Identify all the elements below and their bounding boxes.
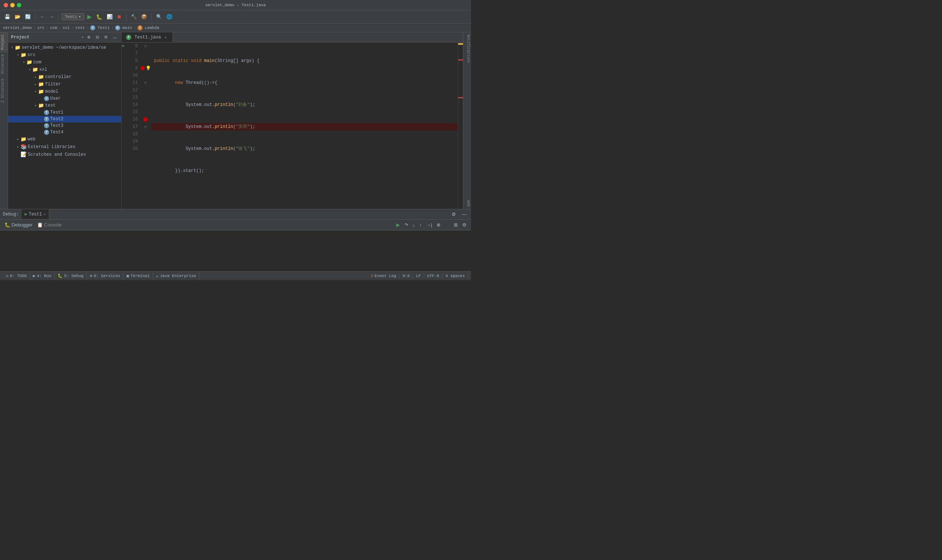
run-to-cursor-button[interactable]: →| [425,222,434,228]
gutter-7 [140,50,151,57]
breadcrumb-test[interactable]: test [75,26,85,30]
status-event-log[interactable]: 3 Event Log [368,274,400,278]
settings-button[interactable]: ⚙ [461,222,468,228]
expand-arrow: ▾ [27,67,32,72]
debug-settings-button[interactable]: ⚙ [450,211,457,218]
line-gutter: ⊟ 💡 ⊟ ⊟ [140,43,151,209]
close-button[interactable] [4,3,8,7]
code-content[interactable]: public static void main(String[] args) {… [151,43,458,209]
project-dropdown-icon[interactable]: ▾ [81,35,83,40]
forward-button[interactable]: → [48,13,55,20]
fold-icon-6[interactable]: ⊟ [145,44,146,48]
breadcrumb-com[interactable]: com [50,26,57,30]
translate-button[interactable]: 🌐 [165,13,174,20]
tree-item-model[interactable]: ▾ 📁 model [8,88,121,95]
debug-tab-close[interactable]: ✕ [43,212,45,217]
status-run[interactable]: ▶ 4: Run [30,272,55,280]
code-editor[interactable]: ▶ 6 7 8 9 10 11 12 13 14 15 16 17 18 19 … [122,43,463,209]
gutter-14 [140,101,151,108]
tree-locate-button[interactable]: ⊕ [86,34,92,40]
tree-item-ext-libs[interactable]: ▸ 📚 External Libraries [8,143,121,151]
project-tab[interactable]: Project [0,32,8,52]
debug-tab-test1[interactable]: ▶ Test1 ✕ [22,209,49,219]
java-enterprise-label: Java Enterprise [160,274,196,278]
structure-tab[interactable]: Structure [0,52,8,76]
bulb-icon-9[interactable]: 💡 [146,66,151,71]
tree-item-user[interactable]: ▸ U User [8,95,121,102]
refresh-button[interactable]: 🔄 [23,13,32,20]
stop-button[interactable]: ⏹ [115,13,123,20]
restore-layout-button[interactable]: ⊞ [452,222,459,228]
gutter-13 [140,94,151,101]
tree-collapse-button[interactable]: ⊟ [94,34,100,40]
status-services[interactable]: ⚙ 8: Services [87,272,123,280]
line-num-6: ▶ 6 [122,43,140,50]
tree-hide-button[interactable]: — [111,34,119,40]
debug-label: Debug: [3,212,19,217]
web-tab[interactable]: Web [463,198,471,209]
breadcrumb-xxl[interactable]: xxl [63,26,70,30]
step-into-button[interactable]: ↓ [411,222,417,228]
back-button[interactable]: ← [38,13,46,20]
evaluate-button[interactable]: ⊕ [435,222,442,228]
z-structure-tab[interactable]: Z Structure [0,76,8,105]
test3-class-icon: T [44,123,49,128]
todo-icon: ☑ [6,274,8,278]
tree-item-controller[interactable]: ▸ 📁 controller [8,73,121,81]
debug-hide-button[interactable]: — [460,211,468,218]
tree-item-test3[interactable]: ▸ T Test3 [8,122,121,129]
open-button[interactable]: 📂 [13,13,22,20]
run-with-coverage-button[interactable]: 📊 [105,13,114,20]
status-terminal[interactable]: ▣ Terminal [123,272,153,280]
search-button[interactable]: 🔍 [155,13,163,20]
tree-label-ext-libs: External Libraries [28,145,75,149]
tree-item-scratches[interactable]: ▸ 📝 Scratches and Consoles [8,151,121,158]
expand-arrow: ▸ [33,74,38,80]
status-todo[interactable]: ☑ 6: TODO [3,272,30,280]
breadcrumb-src[interactable]: src [37,26,45,30]
status-debug[interactable]: 🐛 5: Debug [55,272,87,280]
tree-item-test2[interactable]: ▸ T Test2 [8,116,121,122]
minimize-button[interactable] [10,3,15,7]
tree-item-src[interactable]: ▾ 📁 src [8,51,121,58]
debug-button[interactable]: 🐛 [95,13,104,20]
save-button[interactable]: 💾 [3,13,12,20]
status-line-sep[interactable]: LF [413,274,424,278]
expand-arrow: ▾ [33,103,38,108]
tree-item-test[interactable]: ▾ 📁 test [8,102,121,109]
breakpoint-16[interactable] [143,117,148,122]
editor-tab-test1[interactable]: T Test1.java ✕ [122,32,173,42]
status-java-enterprise[interactable]: ☕ Java Enterprise [153,272,200,280]
breadcrumb-main[interactable]: main [122,26,132,30]
fold-icon-17[interactable]: ⊟ [145,125,146,129]
tree-item-servlet-demo[interactable]: ▾ 📁 servlet_demo ~/workspace/idea/se [8,44,121,51]
tree-item-test4[interactable]: ▸ T Test4 [8,129,121,135]
status-indent[interactable]: 4 spaces [442,274,468,278]
breadcrumb-test1[interactable]: Test1 [97,26,109,30]
tree-item-xxl[interactable]: ▾ 📁 xxl [8,66,121,73]
breadcrumb-lambda[interactable]: Lambda [145,26,159,30]
debugger-tab-button[interactable]: 🐛 Debugger [3,222,34,228]
breakpoint-9[interactable] [140,66,145,70]
tree-item-web[interactable]: ▸ 📁 web [8,135,121,143]
step-over-button[interactable]: ↷ [403,222,410,228]
tree-item-test1[interactable]: ▸ T Test1 [8,109,121,116]
run-button[interactable]: ▶ [86,12,93,21]
fold-icon-11[interactable]: ⊟ [145,81,146,85]
status-position[interactable]: 9:6 [400,274,413,278]
status-encoding[interactable]: UTF-8 [424,274,442,278]
console-tab-button[interactable]: 📋 Console [35,222,63,228]
gutter-16 [140,116,151,123]
build-button[interactable]: 🔨 [129,13,138,20]
tree-item-com[interactable]: ▾ 📁 com [8,58,121,66]
maximize-button[interactable] [17,3,21,7]
resume-button[interactable]: ▶ [395,222,401,228]
step-out-button[interactable]: ↑ [418,222,423,228]
notification-tab[interactable]: Notifications [463,32,471,65]
breadcrumb-project[interactable]: servlet_demo [3,26,32,30]
run-config[interactable]: Test1 ▾ [62,13,84,20]
sdk-button[interactable]: 📦 [140,13,148,20]
tree-item-filter[interactable]: ▸ 📁 filter [8,81,121,88]
tab-close-button[interactable]: ✕ [163,35,168,40]
tree-settings-button[interactable]: ⚙ [103,34,109,40]
